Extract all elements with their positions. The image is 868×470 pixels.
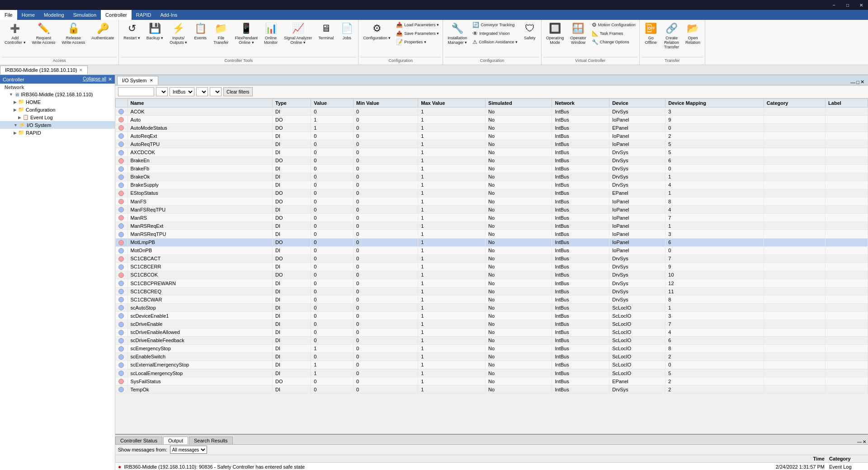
col-header-value[interactable]: Value: [311, 99, 354, 108]
table-row[interactable]: ManRSReqExt DI 0 0 1 No IntBus IoPanel 1: [116, 222, 868, 230]
task-frames-button[interactable]: 📐 Task Frames: [590, 29, 637, 38]
inputs-outputs-button[interactable]: ⚡ Inputs/Outputs ▾: [167, 21, 190, 46]
table-row[interactable]: scEmergencyStop DI 1 0 1 No IntBus ScLoc…: [116, 344, 868, 352]
col-header-max[interactable]: Max Value: [418, 99, 486, 108]
authenticate-button[interactable]: 🔑 Authenticate: [89, 21, 117, 42]
restart-button[interactable]: ↺ Restart ▾: [121, 21, 143, 42]
minimize-button[interactable]: −: [827, 0, 841, 10]
conveyor-tracking-button[interactable]: 🔄 Conveyor Tracking: [471, 21, 519, 29]
table-row[interactable]: SC1CBCOK DO 0 0 1 No IntBus DrvSys 10: [116, 271, 868, 279]
flexpendant-button[interactable]: 📱 FlexPendantOnline ▾: [232, 21, 261, 46]
table-row[interactable]: TempOk DI 0 0 1 No IntBus DrvSys 2: [116, 385, 868, 394]
close-panel-icon[interactable]: ✕: [860, 79, 864, 85]
type-filter-select[interactable]: [156, 87, 168, 96]
collapse-all-link[interactable]: Collapse all: [83, 76, 106, 82]
signal-analyzer-button[interactable]: 📈 Signal AnalyzerOnline ▾: [281, 21, 315, 46]
motion-config-button[interactable]: ⚙ Motion Configuration: [590, 21, 637, 29]
table-row[interactable]: scAutoStop DI 0 0 1 No IntBus ScLocIO 1: [116, 304, 868, 312]
table-row[interactable]: ManFS DO 0 0 1 No IntBus IoPanel 8: [116, 197, 868, 206]
device-filter-select[interactable]: [196, 87, 208, 96]
menu-rapid[interactable]: RAPID: [132, 10, 156, 20]
io-table-container[interactable]: Name Type Value Min Value Max Value Simu…: [115, 99, 868, 434]
table-row[interactable]: scDriveEnable DI 0 0 1 No IntBus ScLocIO…: [116, 320, 868, 328]
events-button[interactable]: 📋 Events: [191, 21, 210, 42]
table-row[interactable]: scDriveEnableAllowed DI 0 0 1 No IntBus …: [116, 328, 868, 336]
tree-configuration[interactable]: ▶ 📁 Configuration: [0, 106, 115, 113]
add-controller-button[interactable]: ➕ AddController ▾: [2, 21, 28, 46]
table-row[interactable]: BrakeOk DI 0 0 1 No IntBus DrvSys 1: [116, 173, 868, 181]
backup-button[interactable]: 💾 Backup ▾: [144, 21, 166, 42]
save-parameters-button[interactable]: 📤 Save Parameters ▾: [394, 29, 441, 38]
table-row[interactable]: scDeviceEnable1 DI 0 0 1 No IntBus ScLoc…: [116, 312, 868, 320]
table-row[interactable]: MotOnPB DI 0 0 1 No IntBus IoPanel 0: [116, 246, 868, 254]
minimize-panel-icon[interactable]: —: [850, 80, 855, 85]
bottom-close-icon[interactable]: ✕: [863, 439, 866, 444]
configuration-button[interactable]: ⚙ Configuration ▾: [360, 21, 393, 42]
file-transfer-button[interactable]: 📁 FileTransfer: [211, 21, 231, 46]
request-write-button[interactable]: ✏️ RequestWrite Access: [29, 21, 58, 46]
controller-status-tab[interactable]: Controller Status: [115, 437, 162, 444]
tree-rapid[interactable]: ▶ 📁 RAPID: [0, 129, 115, 136]
release-write-button[interactable]: 🔓 ReleaseWrite Access: [59, 21, 88, 46]
change-options-button[interactable]: 🔧 Change Options: [590, 38, 637, 46]
output-tab[interactable]: Output: [163, 437, 188, 444]
menu-modeling[interactable]: Modeling: [39, 10, 69, 20]
main-tab[interactable]: IRB360-Middle (192.168.10.110) ✕: [0, 66, 88, 75]
col-header-mapping[interactable]: Device Mapping: [665, 99, 764, 108]
message-filter-select[interactable]: All messages: [170, 446, 207, 454]
maximize-button[interactable]: □: [841, 0, 854, 10]
table-row[interactable]: scExternalEmergencyStop DI 1 0 1 No IntB…: [116, 361, 868, 369]
open-relation-button[interactable]: 📂 OpenRelation: [683, 21, 703, 46]
table-row[interactable]: ManRSReqTPU DI 0 0 1 No IntBus IoPanel 3: [116, 230, 868, 238]
table-row[interactable]: AutoModeStatus DO 1 0 1 No IntBus EPanel…: [116, 124, 868, 132]
go-offline-button[interactable]: 📴 GoOffline: [642, 21, 660, 46]
col-header-type[interactable]: Type: [273, 99, 311, 108]
table-row[interactable]: scDriveEnableFeedback DI 0 0 1 No IntBus…: [116, 336, 868, 344]
table-row[interactable]: SC1CBCREQ DI 0 0 1 No IntBus DrvSys 11: [116, 287, 868, 296]
clear-filters-button[interactable]: Clear filters: [223, 87, 253, 96]
category-filter-select[interactable]: [210, 87, 222, 96]
operator-window-button[interactable]: 🪟 OperatorWindow: [567, 21, 589, 46]
installation-manager-button[interactable]: 🔧 InstallationManager ▾: [445, 21, 470, 46]
close-button[interactable]: ✕: [854, 0, 868, 10]
table-row[interactable]: BrakeSupply DI 0 0 1 No IntBus DrvSys 4: [116, 181, 868, 189]
table-row[interactable]: EStopStatus DO 0 0 1 No IntBus EPanel 1: [116, 189, 868, 197]
operating-mode-button[interactable]: 🔲 OperatingMode: [543, 21, 567, 46]
table-row[interactable]: AXCDCOK DI 0 0 1 No IntBus DrvSys 5: [116, 148, 868, 156]
safety-button[interactable]: 🛡 Safety: [520, 21, 539, 42]
table-row[interactable]: SC1CBCACT DO 0 0 1 No IntBus DrvSys 7: [116, 254, 868, 263]
io-tab-close[interactable]: ✕: [150, 78, 153, 83]
table-row[interactable]: SysFailStatus DO 0 0 1 No IntBus EPanel …: [116, 377, 868, 385]
network-filter-select[interactable]: IntBus: [170, 87, 194, 96]
table-row[interactable]: scLocalEmergencyStop DI 1 0 1 No IntBus …: [116, 369, 868, 377]
table-row[interactable]: scEnableSwitch DI 0 0 1 No IntBus ScLocI…: [116, 352, 868, 361]
jobs-button[interactable]: 📄 Jobs: [337, 21, 356, 42]
col-header-device[interactable]: Device: [609, 99, 665, 108]
col-header-network[interactable]: Network: [552, 99, 609, 108]
table-row[interactable]: ManFSReqTPU DI 0 0 1 No IntBus IoPanel 4: [116, 206, 868, 214]
col-header-name[interactable]: Name: [127, 99, 273, 108]
restore-panel-icon[interactable]: □: [856, 80, 859, 85]
table-row[interactable]: SC1CBCPREWARN DI 0 0 1 No IntBus DrvSys …: [116, 279, 868, 287]
menu-controller[interactable]: Controller: [101, 10, 132, 20]
menu-file[interactable]: File: [0, 10, 17, 20]
terminal-button[interactable]: 🖥 Terminal: [316, 21, 336, 42]
menu-add-ins[interactable]: Add-Ins: [156, 10, 182, 20]
collision-avoidance-button[interactable]: ⚠ Collision Avoidance ▾: [471, 38, 519, 46]
bottom-minimize-icon[interactable]: —: [857, 439, 862, 444]
table-row[interactable]: AutoReqTPU DI 0 0 1 No IntBus IoPanel 5: [116, 140, 868, 148]
io-system-tab[interactable]: I/O System ✕: [117, 76, 158, 85]
main-tab-close[interactable]: ✕: [79, 68, 83, 72]
table-row[interactable]: BrakeFb DI 0 0 1 No IntBus DrvSys 0: [116, 164, 868, 173]
col-header-category[interactable]: Category: [764, 99, 825, 108]
table-row[interactable]: AutoReqExt DI 0 0 1 No IntBus IoPanel 2: [116, 132, 868, 140]
menu-simulation[interactable]: Simulation: [69, 10, 101, 20]
col-header-simulated[interactable]: Simulated: [486, 99, 552, 108]
table-row[interactable]: Auto DO 1 0 1 No IntBus IoPanel 9: [116, 116, 868, 124]
table-row[interactable]: ACOK DI 0 0 1 No IntBus DrvSys 3: [116, 108, 868, 116]
col-header-min[interactable]: Min Value: [353, 99, 418, 108]
table-row[interactable]: MotLmpPB DO 0 0 1 No IntBus IoPanel 6: [116, 238, 868, 246]
panel-close-icon[interactable]: ✕: [108, 76, 112, 82]
table-row[interactable]: SC1CBCERR DI 0 0 1 No IntBus DrvSys 9: [116, 263, 868, 271]
col-header-label[interactable]: Label: [826, 99, 868, 108]
